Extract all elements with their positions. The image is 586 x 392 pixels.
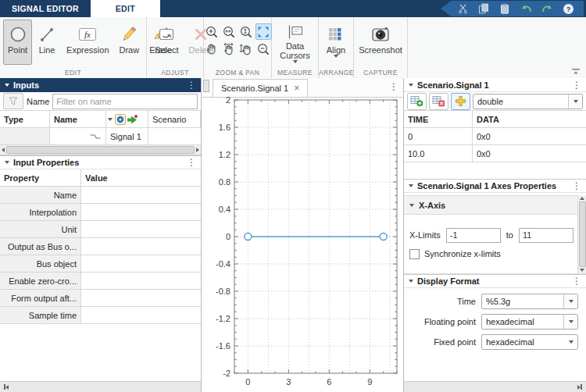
tab-edit[interactable]: EDIT xyxy=(91,0,160,17)
insert-row-button[interactable] xyxy=(451,93,470,110)
pan-icon[interactable] xyxy=(204,41,220,57)
tab-signal-editor[interactable]: SIGNAL EDITOR xyxy=(0,0,91,17)
signal-active-cell[interactable] xyxy=(148,128,201,145)
draw-button[interactable]: Draw xyxy=(115,20,145,65)
time-cell[interactable]: 10.0 xyxy=(404,145,473,162)
signal-panel-header[interactable]: Scenario.Signal 1 ⋮ xyxy=(404,78,586,92)
pan-y-icon[interactable] xyxy=(238,41,255,57)
scroll-up-icon[interactable] xyxy=(580,197,584,200)
floating-point-combo[interactable]: hexadecimal xyxy=(481,314,578,330)
collapse-right-icon[interactable] xyxy=(577,384,582,390)
property-value[interactable] xyxy=(81,187,201,204)
redo-icon[interactable] xyxy=(541,2,553,15)
inputs-panel-title: Inputs xyxy=(13,80,39,90)
property-value[interactable] xyxy=(81,221,201,238)
time-format-combo[interactable]: %5.3g xyxy=(481,294,578,309)
zoom-in-icon[interactable] xyxy=(204,23,220,40)
col-header-property[interactable]: Property xyxy=(0,169,81,187)
signal-properties-panel: Scenario.Signal 1 ⋮ double TIME DATA 0 0… xyxy=(403,78,586,392)
col-header-data[interactable]: DATA xyxy=(473,111,586,128)
x-max-input[interactable] xyxy=(519,228,573,243)
panel-menu-icon[interactable]: ⋮ xyxy=(572,81,581,89)
inputs-panel-header[interactable]: Inputs ⋮ xyxy=(0,78,201,92)
scrollbar-thumb[interactable] xyxy=(6,146,195,154)
undo-icon[interactable] xyxy=(520,2,532,15)
scroll-right-icon[interactable] xyxy=(196,148,199,152)
chevron-down-icon[interactable] xyxy=(563,315,577,329)
panel-menu-icon[interactable]: ⋮ xyxy=(187,159,196,166)
paste-icon[interactable] xyxy=(498,2,511,15)
data-cell[interactable]: 0x0 xyxy=(473,145,586,162)
x-min-input[interactable] xyxy=(446,228,501,243)
fit-to-view-icon[interactable] xyxy=(255,23,272,40)
panel-menu-icon[interactable]: ⋮ xyxy=(572,277,581,285)
document-tab-bar: Scenario.Signal 1 × ⋮ xyxy=(202,78,403,98)
x-limits-row: X-Limits to xyxy=(404,226,586,244)
panel-menu-icon[interactable]: ⋮ xyxy=(572,182,581,190)
col-header-name[interactable]: Name xyxy=(50,111,106,128)
fixed-point-combo[interactable]: hexadecimal xyxy=(481,334,578,350)
scrollbar-thumb[interactable] xyxy=(579,201,586,267)
add-row-button[interactable] xyxy=(407,93,427,110)
signal-plot[interactable]: 036921.61.20.80.40-0.4-0.8-1.2-1.6-2 xyxy=(202,97,403,392)
inputs-hscrollbar[interactable] xyxy=(0,145,201,155)
splitter-grip[interactable] xyxy=(203,80,209,92)
x-axis-section-header[interactable]: X-Axis xyxy=(404,195,577,215)
ribbon-section-zoom-pan: ZOOM & PAN xyxy=(204,17,272,78)
document-tab[interactable]: Scenario.Signal 1 × xyxy=(213,79,308,97)
axes-properties-header[interactable]: Scenario.Signal 1 Axes Properties ⋮ xyxy=(404,179,586,193)
panel-menu-icon[interactable]: ⋮ xyxy=(187,81,196,89)
copy-icon[interactable] xyxy=(477,2,490,15)
col-header-type[interactable]: Type xyxy=(0,111,50,128)
property-value[interactable] xyxy=(81,290,201,307)
collapse-left-icon[interactable] xyxy=(4,384,9,390)
zoom-out-icon[interactable] xyxy=(255,41,272,57)
signal-type-cell[interactable] xyxy=(50,128,106,145)
collapse-icon xyxy=(409,84,413,87)
delete-row-button[interactable] xyxy=(429,93,448,110)
scroll-down-icon[interactable] xyxy=(580,269,584,272)
col-header-time[interactable]: TIME xyxy=(404,111,473,128)
scenario-name-cell[interactable]: Scenario xyxy=(148,111,201,128)
display-format-header[interactable]: Display Format ⋮ xyxy=(404,274,586,288)
scenario-visibility-cell[interactable] xyxy=(0,128,50,145)
property-value[interactable] xyxy=(81,273,201,290)
property-value[interactable] xyxy=(81,238,201,255)
data-cursors-button[interactable]: Data Cursors xyxy=(275,20,315,65)
collapse-ribbon-icon[interactable] xyxy=(570,66,581,76)
signal-name-cell[interactable]: Signal 1 xyxy=(106,128,148,145)
align-button[interactable]: Align xyxy=(322,20,350,65)
filter-funnel-icon[interactable] xyxy=(3,93,23,109)
synchronize-checkbox[interactable] xyxy=(409,249,420,259)
filter-input[interactable] xyxy=(52,94,198,109)
close-tab-icon[interactable]: × xyxy=(294,84,299,92)
cut-icon[interactable] xyxy=(456,2,469,15)
property-value[interactable] xyxy=(81,255,201,273)
line-button[interactable]: Line xyxy=(33,20,61,65)
chevron-down-icon[interactable] xyxy=(564,335,577,349)
scenario-type-cell[interactable] xyxy=(106,111,148,128)
col-header-value[interactable]: Value xyxy=(81,169,201,187)
property-value[interactable] xyxy=(81,307,201,324)
document-menu-icon[interactable]: ⋮ xyxy=(389,81,398,92)
datatype-combo[interactable]: double xyxy=(473,94,583,109)
fixed-point-label: Fixed point xyxy=(404,337,481,347)
zoom-y-icon[interactable] xyxy=(238,23,255,40)
help-icon[interactable]: ? xyxy=(562,2,574,15)
point-button[interactable]: Point xyxy=(3,20,32,65)
zoom-x-icon[interactable] xyxy=(221,23,238,40)
input-properties-header[interactable]: Input Properties ⋮ xyxy=(0,155,201,169)
pan-x-icon[interactable] xyxy=(221,41,238,57)
axes-vscrollbar[interactable] xyxy=(577,195,586,273)
expression-button[interactable]: fx Expression xyxy=(62,20,113,65)
select-button[interactable]: Select xyxy=(150,20,184,65)
chevron-down-icon[interactable] xyxy=(563,294,577,308)
align-grid-icon xyxy=(327,23,345,45)
property-value[interactable] xyxy=(81,204,201,221)
chevron-down-icon[interactable] xyxy=(568,94,582,109)
data-cell[interactable]: 0x0 xyxy=(473,128,586,145)
scroll-left-icon[interactable] xyxy=(2,148,5,152)
screenshot-button[interactable]: Screenshot xyxy=(354,20,407,65)
row-expand-icon[interactable] xyxy=(108,118,113,121)
time-cell[interactable]: 0 xyxy=(404,128,473,145)
